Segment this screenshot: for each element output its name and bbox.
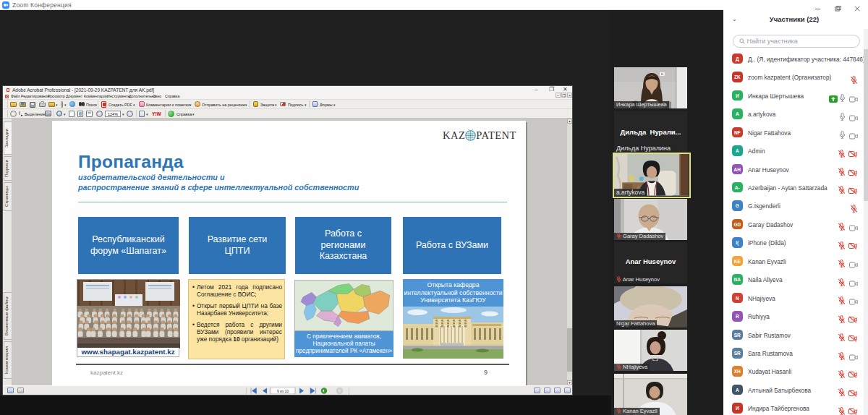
svg-text:9 из 10: 9 из 10 xyxy=(277,389,289,393)
